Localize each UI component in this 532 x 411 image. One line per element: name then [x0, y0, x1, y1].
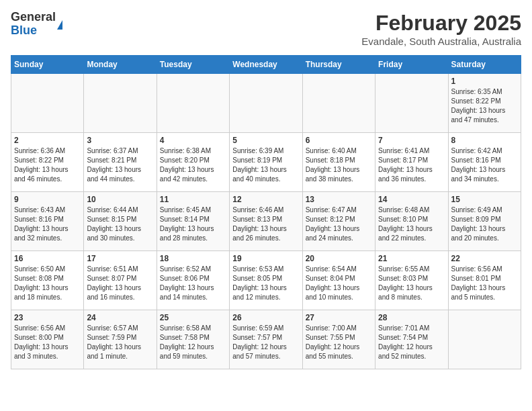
- calendar-cell: 3Sunrise: 6:37 AM Sunset: 8:21 PM Daylig…: [84, 133, 157, 192]
- header-tuesday: Tuesday: [157, 56, 229, 74]
- day-info: Sunrise: 7:01 AM Sunset: 7:54 PM Dayligh…: [378, 324, 445, 361]
- calendar-cell: 6Sunrise: 6:40 AM Sunset: 8:18 PM Daylig…: [302, 133, 375, 192]
- day-info: Sunrise: 6:36 AM Sunset: 8:22 PM Dayligh…: [14, 146, 81, 184]
- day-info: Sunrise: 6:52 AM Sunset: 8:06 PM Dayligh…: [160, 265, 226, 302]
- day-number: 16: [14, 254, 81, 263]
- calendar-week-1: 1Sunrise: 6:35 AM Sunset: 8:22 PM Daylig…: [11, 74, 521, 133]
- calendar-header-row: SundayMondayTuesdayWednesdayThursdayFrid…: [11, 56, 521, 74]
- day-number: 18: [160, 254, 226, 263]
- calendar-cell: 1Sunrise: 6:35 AM Sunset: 8:22 PM Daylig…: [448, 74, 521, 133]
- day-info: Sunrise: 6:48 AM Sunset: 8:10 PM Dayligh…: [378, 205, 445, 243]
- day-number: 17: [87, 254, 153, 263]
- day-number: 20: [306, 254, 372, 263]
- calendar-cell: 7Sunrise: 6:41 AM Sunset: 8:17 PM Daylig…: [375, 133, 448, 192]
- calendar-week-3: 9Sunrise: 6:43 AM Sunset: 8:16 PM Daylig…: [11, 192, 521, 251]
- calendar-cell: [157, 74, 229, 133]
- day-info: Sunrise: 6:53 AM Sunset: 8:05 PM Dayligh…: [232, 265, 299, 302]
- day-info: Sunrise: 6:47 AM Sunset: 8:12 PM Dayligh…: [306, 205, 372, 243]
- day-number: 10: [87, 195, 153, 204]
- day-number: 1: [451, 77, 518, 86]
- page-header: General Blue February 2025 Evandale, Sou…: [11, 11, 521, 47]
- header-monday: Monday: [84, 56, 157, 74]
- day-number: 3: [87, 136, 153, 145]
- calendar-table: SundayMondayTuesdayWednesdayThursdayFrid…: [11, 55, 521, 369]
- day-number: 28: [378, 313, 445, 322]
- day-info: Sunrise: 6:44 AM Sunset: 8:15 PM Dayligh…: [87, 205, 153, 243]
- calendar-cell: 14Sunrise: 6:48 AM Sunset: 8:10 PM Dayli…: [375, 192, 448, 251]
- calendar-cell: 24Sunrise: 6:57 AM Sunset: 7:59 PM Dayli…: [84, 310, 157, 369]
- calendar-cell: [302, 74, 375, 133]
- day-number: 6: [306, 136, 372, 145]
- day-number: 21: [378, 254, 445, 263]
- calendar-title: February 2025: [361, 11, 521, 36]
- calendar-cell: 20Sunrise: 6:54 AM Sunset: 8:04 PM Dayli…: [302, 251, 375, 310]
- day-info: Sunrise: 6:56 AM Sunset: 8:01 PM Dayligh…: [451, 265, 518, 302]
- calendar-cell: 19Sunrise: 6:53 AM Sunset: 8:05 PM Dayli…: [230, 251, 302, 310]
- calendar-cell: 25Sunrise: 6:58 AM Sunset: 7:58 PM Dayli…: [157, 310, 229, 369]
- day-number: 5: [232, 136, 299, 145]
- day-number: 2: [14, 136, 81, 145]
- logo-icon: [57, 20, 62, 30]
- logo-blue: Blue: [11, 24, 37, 37]
- calendar-cell: 13Sunrise: 6:47 AM Sunset: 8:12 PM Dayli…: [302, 192, 375, 251]
- calendar-cell: 2Sunrise: 6:36 AM Sunset: 8:22 PM Daylig…: [11, 133, 84, 192]
- title-block: February 2025 Evandale, South Australia,…: [361, 11, 521, 47]
- calendar-cell: [84, 74, 157, 133]
- day-number: 12: [232, 195, 299, 204]
- calendar-cell: 10Sunrise: 6:44 AM Sunset: 8:15 PM Dayli…: [84, 192, 157, 251]
- day-info: Sunrise: 6:59 AM Sunset: 7:57 PM Dayligh…: [232, 324, 299, 361]
- calendar-subtitle: Evandale, South Australia, Australia: [361, 36, 521, 47]
- day-number: 26: [232, 313, 299, 322]
- calendar-cell: 28Sunrise: 7:01 AM Sunset: 7:54 PM Dayli…: [375, 310, 448, 369]
- day-info: Sunrise: 6:43 AM Sunset: 8:16 PM Dayligh…: [14, 205, 81, 243]
- logo-text: General Blue: [11, 11, 56, 38]
- day-info: Sunrise: 6:57 AM Sunset: 7:59 PM Dayligh…: [87, 324, 153, 361]
- header-wednesday: Wednesday: [230, 56, 302, 74]
- day-number: 13: [306, 195, 372, 204]
- day-number: 27: [306, 313, 372, 322]
- day-number: 24: [87, 313, 153, 322]
- day-info: Sunrise: 6:50 AM Sunset: 8:08 PM Dayligh…: [14, 265, 81, 302]
- calendar-week-2: 2Sunrise: 6:36 AM Sunset: 8:22 PM Daylig…: [11, 133, 521, 192]
- day-number: 19: [232, 254, 299, 263]
- day-info: Sunrise: 6:37 AM Sunset: 8:21 PM Dayligh…: [87, 146, 153, 184]
- header-saturday: Saturday: [448, 56, 521, 74]
- day-info: Sunrise: 6:45 AM Sunset: 8:14 PM Dayligh…: [160, 205, 226, 243]
- calendar-cell: [11, 74, 84, 133]
- day-number: 4: [160, 136, 226, 145]
- day-number: 23: [14, 313, 81, 322]
- calendar-cell: [230, 74, 302, 133]
- calendar-cell: [448, 310, 521, 369]
- day-info: Sunrise: 7:00 AM Sunset: 7:55 PM Dayligh…: [306, 324, 372, 361]
- calendar-cell: 15Sunrise: 6:49 AM Sunset: 8:09 PM Dayli…: [448, 192, 521, 251]
- calendar-cell: 21Sunrise: 6:55 AM Sunset: 8:03 PM Dayli…: [375, 251, 448, 310]
- header-friday: Friday: [375, 56, 448, 74]
- day-number: 11: [160, 195, 226, 204]
- calendar-cell: 18Sunrise: 6:52 AM Sunset: 8:06 PM Dayli…: [157, 251, 229, 310]
- logo: General Blue: [11, 11, 62, 38]
- calendar-cell: 12Sunrise: 6:46 AM Sunset: 8:13 PM Dayli…: [230, 192, 302, 251]
- logo-general: General: [11, 10, 56, 24]
- day-info: Sunrise: 6:40 AM Sunset: 8:18 PM Dayligh…: [306, 146, 372, 184]
- day-info: Sunrise: 6:35 AM Sunset: 8:22 PM Dayligh…: [451, 87, 518, 125]
- header-thursday: Thursday: [302, 56, 375, 74]
- day-info: Sunrise: 6:58 AM Sunset: 7:58 PM Dayligh…: [160, 324, 226, 361]
- day-number: 15: [451, 195, 518, 204]
- day-info: Sunrise: 6:39 AM Sunset: 8:19 PM Dayligh…: [232, 146, 299, 184]
- day-number: 9: [14, 195, 81, 204]
- calendar-cell: 23Sunrise: 6:56 AM Sunset: 8:00 PM Dayli…: [11, 310, 84, 369]
- day-info: Sunrise: 6:55 AM Sunset: 8:03 PM Dayligh…: [378, 265, 445, 302]
- calendar-cell: 16Sunrise: 6:50 AM Sunset: 8:08 PM Dayli…: [11, 251, 84, 310]
- calendar-week-5: 23Sunrise: 6:56 AM Sunset: 8:00 PM Dayli…: [11, 310, 521, 369]
- day-number: 25: [160, 313, 226, 322]
- calendar-cell: 11Sunrise: 6:45 AM Sunset: 8:14 PM Dayli…: [157, 192, 229, 251]
- day-info: Sunrise: 6:54 AM Sunset: 8:04 PM Dayligh…: [306, 265, 372, 302]
- day-info: Sunrise: 6:51 AM Sunset: 8:07 PM Dayligh…: [87, 265, 153, 302]
- calendar-cell: 8Sunrise: 6:42 AM Sunset: 8:16 PM Daylig…: [448, 133, 521, 192]
- calendar-cell: [375, 74, 448, 133]
- day-info: Sunrise: 6:46 AM Sunset: 8:13 PM Dayligh…: [232, 205, 299, 243]
- calendar-week-4: 16Sunrise: 6:50 AM Sunset: 8:08 PM Dayli…: [11, 251, 521, 310]
- calendar-cell: 9Sunrise: 6:43 AM Sunset: 8:16 PM Daylig…: [11, 192, 84, 251]
- header-sunday: Sunday: [11, 56, 84, 74]
- day-info: Sunrise: 6:38 AM Sunset: 8:20 PM Dayligh…: [160, 146, 226, 184]
